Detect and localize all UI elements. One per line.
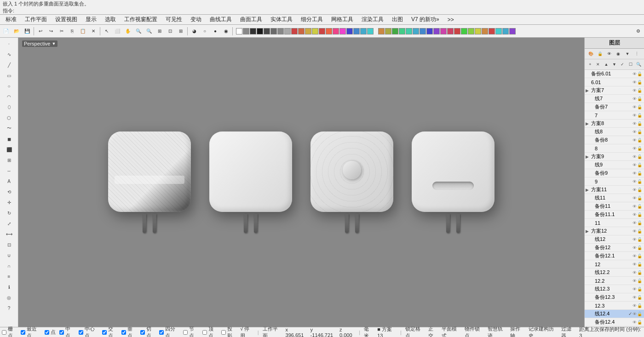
color-swatch-top-1[interactable]	[243, 28, 249, 34]
lt-boolUnion[interactable]: ∪	[2, 250, 17, 260]
layer-eye-icon[interactable]: 👁	[632, 179, 637, 184]
status-filter[interactable]: 过滤器	[561, 326, 575, 337]
layer-row[interactable]: ▶方案9👁🔓	[585, 153, 644, 161]
toolbar-zoom-ext[interactable]: ⊞	[155, 26, 165, 36]
status-objlock[interactable]: 物件锁点	[465, 326, 484, 337]
layer-expand-icon[interactable]: ▶	[586, 229, 590, 234]
layer-eye-icon[interactable]: 👁	[632, 254, 637, 258]
layer-row[interactable]: 7👁🔓	[585, 111, 644, 120]
status-smart[interactable]: 智慧轨迹	[488, 326, 507, 337]
layer-eye-icon[interactable]: 👁	[632, 138, 637, 143]
color-swatch-top-14[interactable]	[333, 28, 339, 34]
lt-move[interactable]: ✛	[2, 197, 17, 207]
color-swatch-bot-11[interactable]	[454, 28, 460, 34]
lt-boolDiff[interactable]: ∩	[2, 261, 17, 271]
layers-delete-btn[interactable]: ✕	[595, 60, 602, 69]
snap-quad-check[interactable]	[159, 330, 164, 335]
layer-eye-icon[interactable]: 👁	[632, 237, 637, 242]
status-ortho[interactable]: 正交	[428, 326, 438, 337]
toolbar-render2[interactable]: ◉	[221, 26, 231, 36]
layer-lock-icon[interactable]: 🔓	[637, 130, 642, 134]
lt-mesh[interactable]: ⊞	[2, 155, 17, 165]
snap-mid[interactable]: 中点	[59, 326, 75, 337]
color-swatch-bot-2[interactable]	[392, 28, 398, 34]
layer-lock-icon[interactable]: 🔓	[637, 237, 642, 242]
color-swatch-top-15[interactable]	[339, 28, 346, 34]
layer-lock-icon[interactable]: 🔓	[637, 72, 642, 76]
lt-prop[interactable]: ℹ	[2, 282, 17, 292]
snap-perp[interactable]: 垂点	[121, 326, 137, 337]
snap-point-check[interactable]	[45, 330, 49, 335]
lt-layer[interactable]: ≡	[2, 271, 17, 281]
color-swatch-bot-5[interactable]	[413, 28, 419, 34]
snap-tan[interactable]: 切点	[140, 326, 155, 337]
toolbar-paste[interactable]: 📋	[78, 26, 88, 36]
status-planar[interactable]: 平面模式	[442, 326, 461, 337]
snap-near[interactable]: 最近点	[21, 326, 41, 337]
color-swatch-bot-6[interactable]	[420, 28, 426, 34]
color-swatch-top-2[interactable]	[250, 28, 256, 34]
layer-row[interactable]: 备份7👁🔓	[585, 103, 644, 111]
layer-row[interactable]: 备份11.1👁🔓	[585, 211, 644, 219]
snap-near-check[interactable]	[21, 330, 25, 335]
layers-check-btn[interactable]: ✓	[619, 60, 626, 69]
layer-lock-icon[interactable]: 🔓	[637, 262, 642, 267]
color-swatch-bot-12[interactable]	[461, 28, 467, 34]
layers-lock-btn[interactable]: 🔒	[596, 50, 604, 58]
status-lockgrid[interactable]: 锁定格点	[405, 326, 425, 337]
viewport-dropdown-icon[interactable]: ▼	[52, 41, 56, 46]
layer-row[interactable]: 9👁🔓	[585, 177, 644, 186]
status-opaxis[interactable]: 操作轴	[510, 326, 524, 337]
lt-ellipse[interactable]: ⬯	[2, 102, 17, 112]
layer-row[interactable]: 线12👁🔓	[585, 235, 644, 244]
layer-eye-icon[interactable]: 👁	[632, 97, 637, 101]
layers-uncheck-btn[interactable]: ☐	[627, 60, 634, 69]
layer-eye-icon[interactable]: 👁	[632, 171, 637, 176]
layer-row[interactable]: 备份12.1👁🔓	[585, 252, 644, 260]
lt-mirror[interactable]: ⟷	[2, 229, 17, 239]
lt-freeform[interactable]: 〜	[2, 123, 17, 133]
color-swatch-bot-1[interactable]	[385, 28, 391, 34]
color-swatch-bot-8[interactable]	[433, 28, 440, 34]
layer-lock-icon[interactable]: 🔓	[637, 312, 642, 316]
layer-lock-icon[interactable]: 🔓	[637, 270, 642, 275]
color-swatch-top-10[interactable]	[305, 28, 311, 34]
menu-item-可见性[interactable]: 可见性	[162, 15, 186, 24]
toolbar-undo[interactable]: ↩	[35, 26, 46, 36]
layer-lock-icon[interactable]: 🔓	[637, 113, 642, 118]
layer-lock-icon[interactable]: 🔓	[637, 303, 642, 308]
snap-mid-check[interactable]	[59, 330, 64, 335]
viewport-label[interactable]: Perspective ▼	[22, 40, 58, 47]
layer-lock-icon[interactable]: 🔓	[637, 80, 642, 85]
layer-lock-icon[interactable]: 🔓	[637, 229, 642, 234]
toolbar-cut[interactable]: ✂	[57, 26, 67, 36]
layer-expand-icon[interactable]: ▶	[586, 88, 590, 93]
menu-item->>[interactable]: >>	[444, 16, 458, 24]
snap-vert-check[interactable]	[202, 330, 207, 335]
layer-eye-icon[interactable]: 👁	[632, 303, 637, 308]
layer-lock-icon[interactable]: 🔓	[637, 179, 642, 184]
menu-item-V7的新功»[interactable]: V7 的新功»	[408, 15, 443, 24]
color-swatch-bot-10[interactable]	[447, 28, 454, 34]
color-swatch-bot-3[interactable]	[399, 28, 405, 34]
color-swatch-top-3[interactable]	[257, 28, 263, 34]
layer-row[interactable]: 线8👁🔓	[585, 128, 644, 136]
layers-up-btn[interactable]: ▲	[603, 60, 610, 69]
layer-row[interactable]: 12.3👁🔓	[585, 302, 644, 310]
layer-lock-icon[interactable]: 🔓	[637, 97, 642, 101]
layer-lock-icon[interactable]: 🔓	[637, 121, 642, 126]
layer-row[interactable]: 11👁🔓	[585, 219, 644, 227]
color-swatch-bot-9[interactable]	[440, 28, 447, 34]
viewport[interactable]: Perspective ▼	[18, 38, 584, 327]
lt-surface[interactable]: ◼	[2, 134, 17, 144]
layer-row[interactable]: 备份6.01👁🔓	[585, 70, 644, 78]
color-swatch-bot-15[interactable]	[482, 28, 488, 34]
toolbar-redo[interactable]: ↪	[46, 26, 56, 36]
menu-item-显示[interactable]: 显示	[82, 15, 100, 24]
lt-text[interactable]: A	[2, 176, 17, 186]
toolbar-wire[interactable]: ○	[200, 26, 210, 36]
layer-eye-icon[interactable]: 👁	[632, 287, 637, 291]
layer-row[interactable]: 线9👁🔓	[585, 161, 644, 169]
color-swatch-top-4[interactable]	[264, 28, 270, 34]
snap-grid[interactable]: 栅点	[2, 326, 17, 337]
